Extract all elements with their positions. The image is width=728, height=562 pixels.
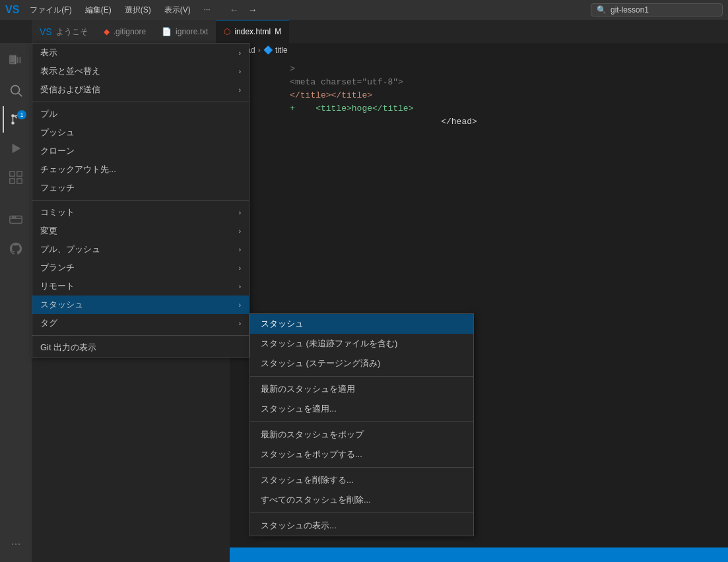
menu-changes-arrow: › (239, 228, 241, 235)
menu-file[interactable]: ファイル(F) (24, 3, 77, 17)
svg-point-1 (11, 86, 20, 94)
tab-welcome-label: ようこそ (56, 26, 88, 38)
submenu-drop-all[interactable]: すべてのスタッシュを削除... (250, 490, 473, 510)
dropdown-overlay: 表示 › 表示と並べ替え › 受信および送信 › プル プッシュ クローン チェ… (32, 43, 249, 358)
vs-icon: VS (40, 26, 52, 37)
menu-push-label: プッシュ (40, 127, 75, 139)
code-line-head: </head> (230, 115, 728, 129)
menu-clone[interactable]: クローン (32, 142, 249, 160)
menu-push[interactable]: プッシュ (32, 123, 249, 142)
activity-scm[interactable]: 1 (3, 106, 29, 133)
activity-explorer[interactable] (3, 48, 29, 75)
activity-remote[interactable] (3, 206, 29, 233)
code-tag-1: > (269, 64, 295, 74)
menu-more[interactable]: ··· (199, 3, 216, 17)
activity-search[interactable] (3, 77, 29, 104)
menu-pull[interactable]: プル (32, 105, 249, 123)
menu-branch-arrow: › (239, 265, 241, 272)
svg-line-2 (18, 93, 22, 96)
html-icon: ⬡ (224, 27, 230, 36)
submenu-apply-latest-label: 最新のスタッシュを適用 (261, 383, 355, 395)
tab-index-label: index.html (234, 27, 271, 36)
svg-point-4 (11, 121, 15, 125)
nav-back-button[interactable]: ← (226, 2, 242, 18)
tab-ignore[interactable]: 📄 ignore.txt (154, 20, 216, 43)
menu-view-sort-label: 表示と並べ替え (40, 65, 100, 77)
tab-modified-badge: M (275, 27, 281, 36)
tab-index[interactable]: ⬡ index.html M (216, 20, 289, 43)
menu-sep-3 (32, 335, 249, 336)
menu-fetch-label: フェッチ (40, 182, 75, 194)
menu-push-pull-label: 受信および送信 (40, 84, 100, 96)
submenu-stash[interactable]: スタッシュ (250, 314, 473, 334)
breadcrumb: head › 🔷 title (230, 43, 728, 57)
menu-checkout[interactable]: チェックアウト先... (32, 160, 249, 179)
menu-select[interactable]: 選択(S) (119, 3, 156, 17)
submenu-view-stash[interactable]: スタッシュの表示... (250, 516, 473, 536)
search-icon: 🔍 (597, 5, 607, 15)
submenu-stash-untracked[interactable]: スタッシュ (未追跡ファイルを含む) (250, 334, 473, 354)
menu-stash-arrow: › (239, 301, 241, 309)
menu-checkout-label: チェックアウト先... (40, 164, 116, 175)
menu-push-pull-arrow: › (239, 86, 241, 94)
submenu-stash-label: スタッシュ (261, 318, 304, 330)
submenu-pop-latest[interactable]: 最新のスタッシュをポップ (250, 425, 473, 445)
menu-stash[interactable]: スタッシュ › (32, 296, 249, 314)
menu-view-label: 表示 (40, 47, 57, 59)
menu-view[interactable]: 表示(V) (159, 3, 196, 17)
breadcrumb-sep1: › (258, 46, 261, 55)
menu-pull-push-arrow: › (239, 246, 241, 253)
activity-github[interactable] (3, 235, 29, 262)
activity-extensions[interactable] (3, 164, 29, 191)
activity-more[interactable]: ··· (3, 530, 29, 557)
titlebar-nav: ← → (226, 2, 261, 18)
submenu-sep-2 (250, 422, 473, 422)
menu-view-sort[interactable]: 表示と並べ替え › (32, 62, 249, 80)
menu-pull-push-label: プル、プッシュ (40, 243, 100, 255)
submenu-apply-latest[interactable]: 最新のスタッシュを適用 (250, 379, 473, 399)
menu-commit[interactable]: コミット › (32, 203, 249, 222)
menu-commit-arrow: › (239, 209, 241, 216)
menu-push-pull[interactable]: 受信および送信 › (32, 80, 249, 99)
code-line-delete: </title></title> (230, 89, 728, 102)
git-icon: ◆ (104, 27, 110, 36)
submenu-drop-stash[interactable]: スタッシュを削除する... (250, 470, 473, 490)
submenu-view-stash-label: スタッシュの表示... (261, 520, 337, 532)
primary-menu: 表示 › 表示と並べ替え › 受信および送信 › プル プッシュ クローン チェ… (32, 43, 249, 358)
submenu-sep-3 (250, 467, 473, 468)
submenu-apply-stash[interactable]: スタッシュを適用... (250, 399, 473, 419)
menu-branch-label: ブランチ (40, 262, 75, 274)
menu-branch[interactable]: ブランチ › (32, 259, 249, 277)
stash-submenu: スタッシュ スタッシュ (未追跡ファイルを含む) スタッシュ (ステージング済み… (249, 313, 474, 536)
submenu-drop-all-label: すべてのスタッシュを削除... (261, 494, 371, 506)
menu-pull-label: プル (40, 108, 57, 120)
submenu-pop-latest-label: 最新のスタッシュをポップ (261, 429, 364, 441)
menu-remote[interactable]: リモート › (32, 277, 249, 296)
menu-changes[interactable]: 変更 › (32, 222, 249, 240)
nav-forward-button[interactable]: → (245, 2, 261, 18)
code-line-3: <meta charset="utf-8"> (230, 76, 728, 89)
menu-remote-arrow: › (239, 283, 241, 290)
code-meta: <meta charset="utf-8"> (269, 77, 403, 87)
tab-ignore-label: ignore.txt (176, 27, 208, 36)
menu-fetch[interactable]: フェッチ (32, 179, 249, 197)
menu-edit[interactable]: 編集(E) (80, 3, 117, 17)
menu-sep-2 (32, 200, 249, 201)
activity-run[interactable] (3, 135, 29, 162)
tab-welcome[interactable]: VS ようこそ (32, 20, 96, 43)
menu-changes-label: 変更 (40, 225, 57, 237)
menu-git-output[interactable]: Git 出力の表示 (32, 338, 249, 357)
submenu-pop-stash-label: スタッシュをポップする... (261, 449, 362, 460)
titlebar-search[interactable]: 🔍 git-lesson1 (591, 3, 723, 16)
breadcrumb-title: 🔷 title (263, 46, 288, 55)
submenu-stash-untracked-label: スタッシュ (未追跡ファイルを含む) (261, 338, 397, 350)
menu-tags[interactable]: タグ › (32, 314, 249, 332)
menu-commit-label: コミット (40, 206, 75, 218)
editor-content: > <meta charset="utf-8"> </title></title… (230, 57, 728, 134)
menu-git-output-label: Git 出力の表示 (40, 342, 96, 354)
tab-gitignore[interactable]: ◆ .gitignore (96, 20, 154, 43)
menu-pull-push[interactable]: プル、プッシュ › (32, 240, 249, 259)
submenu-stash-staged[interactable]: スタッシュ (ステージング済み) (250, 354, 473, 373)
submenu-pop-stash[interactable]: スタッシュをポップする... (250, 445, 473, 464)
menu-view[interactable]: 表示 › (32, 44, 249, 62)
